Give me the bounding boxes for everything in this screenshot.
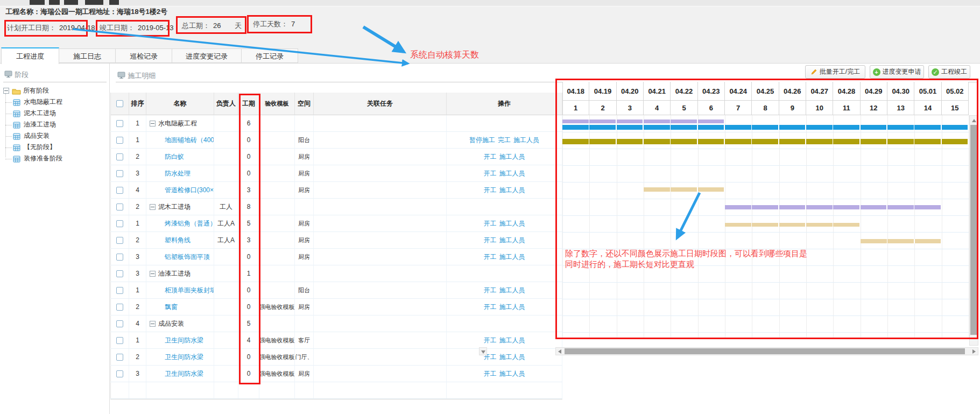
- op-link[interactable]: 开工: [484, 336, 497, 345]
- task-name-link[interactable]: 管道检修口(300×300mm): [165, 186, 214, 195]
- collapse-icon[interactable]: [150, 321, 156, 327]
- stage-tree-root-label[interactable]: 所有阶段: [23, 85, 49, 96]
- tab-3[interactable]: 进度变更记录: [172, 48, 242, 63]
- row-checkbox[interactable]: [116, 354, 123, 361]
- stage-tree-item[interactable]: 装修准备阶段: [3, 153, 109, 164]
- row-checkbox[interactable]: [116, 137, 123, 144]
- op-link[interactable]: 施工人员: [499, 236, 525, 245]
- task-name-link[interactable]: 铝塑板饰面平顶: [165, 252, 210, 262]
- scroll-up-icon[interactable]: [972, 119, 976, 122]
- task-name-link[interactable]: 卫生间防水梁: [165, 336, 203, 345]
- row-checkbox[interactable]: [116, 370, 123, 377]
- stage-tree-item[interactable]: 【无阶段】: [3, 142, 109, 153]
- tree-connector-stub: [5, 148, 12, 148]
- stage-tree-item[interactable]: 水电隐蔽工程: [3, 96, 109, 108]
- gantt-vscroll-thumb[interactable]: [970, 125, 977, 335]
- gantt-vertical-scrollbar[interactable]: [969, 115, 978, 346]
- stage-tree: 所有阶段水电隐蔽工程泥木工进场油漆工进场成品安装【无阶段】装修准备阶段: [3, 85, 109, 164]
- op-link[interactable]: 施工人员: [499, 252, 525, 262]
- stage-tree-item[interactable]: 成品安装: [3, 130, 109, 142]
- op-link[interactable]: 开工: [484, 369, 497, 378]
- task-name-link[interactable]: 卫生间防水梁: [165, 353, 203, 362]
- row-checkbox[interactable]: [116, 204, 123, 210]
- task-name-link[interactable]: 飘窗: [165, 303, 178, 312]
- collapse-icon[interactable]: [3, 88, 9, 94]
- op-link[interactable]: 开工: [484, 219, 497, 228]
- row-checkbox[interactable]: [116, 220, 123, 227]
- stage-tree-root[interactable]: 所有阶段: [3, 85, 109, 96]
- collapse-icon[interactable]: [150, 204, 156, 210]
- task-name-link[interactable]: 地面铺地砖（400×400mm以: [165, 136, 214, 145]
- tab-4[interactable]: 停工记录: [241, 48, 298, 63]
- op-link[interactable]: 施工人员: [499, 169, 525, 178]
- op-link[interactable]: 开工: [484, 169, 497, 178]
- op-link[interactable]: 开工: [484, 236, 497, 245]
- stage-tree-item[interactable]: 油漆工进场: [3, 119, 109, 130]
- task-name-link[interactable]: 防白蚁: [165, 152, 184, 162]
- tab-0[interactable]: 工程进度: [1, 47, 59, 64]
- scroll-left-icon[interactable]: [558, 349, 561, 354]
- op-link[interactable]: 开工: [484, 152, 497, 162]
- task-name-link[interactable]: 防水处理: [165, 169, 191, 178]
- op-link[interactable]: 完工: [498, 136, 511, 145]
- stage-tree-item-label[interactable]: 【无阶段】: [24, 142, 56, 153]
- op-link[interactable]: 施工人员: [499, 369, 525, 378]
- gantt-day-number-header: 6: [698, 101, 725, 115]
- op-link[interactable]: 开工: [484, 186, 497, 195]
- row-checkbox[interactable]: [116, 237, 123, 244]
- row-checkbox[interactable]: [116, 287, 123, 294]
- row-checkbox[interactable]: [116, 170, 123, 177]
- scroll-down-icon[interactable]: [481, 350, 485, 354]
- op-link[interactable]: 施工人员: [499, 303, 525, 312]
- table-cell: [259, 249, 295, 265]
- collapse-icon[interactable]: [150, 121, 156, 127]
- row-checkbox[interactable]: [116, 270, 123, 277]
- task-name-link[interactable]: 塑料角线: [165, 236, 191, 245]
- op-link[interactable]: 施工人员: [499, 336, 525, 345]
- task-name-link[interactable]: 烤漆铝角（普通）: [165, 219, 214, 228]
- stage-tree-item-label[interactable]: 装修准备阶段: [24, 153, 62, 164]
- stage-tree-item-label[interactable]: 成品安装: [24, 130, 50, 142]
- stage-tree-item[interactable]: 泥木工进场: [3, 108, 109, 119]
- row-checkbox[interactable]: [116, 153, 123, 160]
- tab-1[interactable]: 施工日志: [59, 48, 116, 63]
- table-cell: 开工施工人员: [447, 249, 562, 265]
- table-cell: [259, 149, 295, 165]
- row-checkbox[interactable]: [116, 304, 123, 311]
- op-link[interactable]: 施工人员: [499, 186, 525, 195]
- op-link[interactable]: 开工: [484, 303, 497, 312]
- op-link[interactable]: 开工: [484, 286, 497, 295]
- gantt-horizontal-scrollbar[interactable]: [555, 347, 978, 355]
- row-checkbox[interactable]: [116, 320, 123, 327]
- gantt-date-header: 04.23: [698, 82, 725, 101]
- op-link[interactable]: 施工人员: [499, 353, 525, 362]
- op-link[interactable]: 施工人员: [499, 219, 525, 228]
- gantt-gridline: [562, 299, 969, 299]
- stage-tree-item-label[interactable]: 水电隐蔽工程: [24, 96, 62, 108]
- task-name-link[interactable]: 卫生间防水梁: [165, 369, 203, 378]
- stage-tree-item-label[interactable]: 泥木工进场: [24, 108, 56, 119]
- tab-2[interactable]: 巡检记录: [115, 48, 172, 63]
- project-name-label: 工程名称：: [5, 8, 40, 16]
- table-cell: [314, 349, 447, 366]
- op-link[interactable]: 施工人员: [499, 152, 525, 162]
- op-link[interactable]: 施工人员: [513, 136, 539, 145]
- project-completion-button[interactable]: ✓工程竣工: [928, 65, 970, 79]
- table-scroll-down-button[interactable]: [479, 347, 487, 355]
- task-name-link[interactable]: 柜顶单面夹板封墙: [165, 286, 214, 295]
- row-checkbox[interactable]: [116, 254, 123, 261]
- progress-change-request-button[interactable]: +进度变更申请: [870, 65, 924, 79]
- collapse-icon[interactable]: [150, 271, 156, 277]
- op-link[interactable]: 开工: [484, 252, 497, 262]
- gantt-hscroll-thumb[interactable]: [565, 348, 965, 354]
- row-checkbox[interactable]: [116, 337, 123, 344]
- finish-date-value: 2019-05-13: [138, 24, 174, 32]
- row-checkbox[interactable]: [116, 187, 123, 194]
- scroll-right-icon[interactable]: [972, 349, 976, 354]
- row-checkbox[interactable]: [116, 120, 123, 127]
- select-all-checkbox[interactable]: [116, 100, 123, 107]
- op-link[interactable]: 暂停施工: [469, 136, 495, 145]
- batch-start-finish-button[interactable]: 批量开工/完工: [805, 65, 865, 79]
- stage-tree-item-label[interactable]: 油漆工进场: [24, 119, 56, 130]
- op-link[interactable]: 施工人员: [499, 286, 525, 295]
